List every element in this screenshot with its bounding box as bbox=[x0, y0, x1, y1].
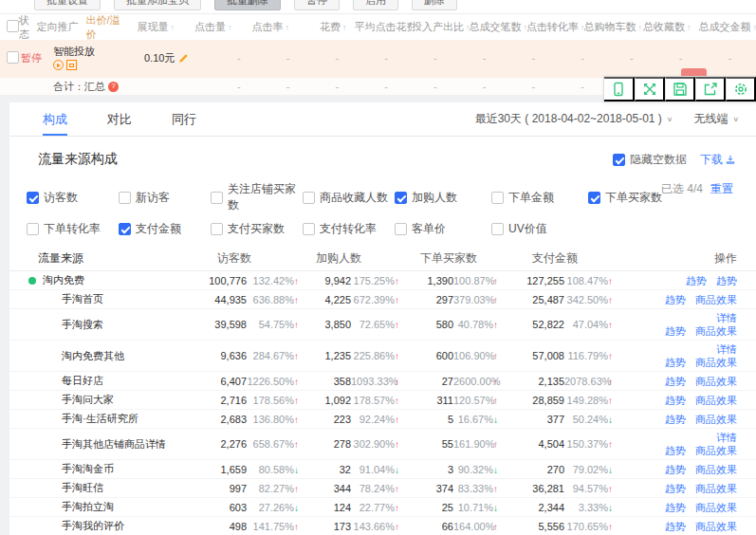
filter-checkbox[interactable] bbox=[119, 192, 131, 204]
metric-filter-下单转化率[interactable]: 下单转化率 bbox=[27, 221, 119, 237]
metric-filter-加购人数[interactable]: 加购人数 bbox=[395, 181, 491, 213]
toolbar-button[interactable]: 批量添加宝贝 bbox=[114, 0, 201, 10]
product-effect-link[interactable]: 商品效果 bbox=[695, 357, 737, 368]
filter-checkbox[interactable] bbox=[119, 223, 131, 235]
metric-column-header[interactable]: 展现量↑ bbox=[125, 20, 183, 34]
toolbar-button[interactable]: 批量设置 bbox=[34, 0, 101, 10]
trend-link[interactable]: 趋势 bbox=[665, 483, 686, 494]
product-effect-link[interactable]: 商品效果 bbox=[695, 521, 737, 532]
trend-link[interactable]: 趋势 bbox=[665, 445, 686, 456]
product-effect-link[interactable]: 商品效果 bbox=[695, 502, 737, 513]
help-icon[interactable]: ? bbox=[108, 82, 119, 92]
table-row[interactable]: 手淘·生活研究所2,683136.80%↑22392.24%↑516.67%↓3… bbox=[9, 410, 756, 429]
metric-filter-下单金额[interactable]: 下单金额 bbox=[491, 181, 588, 213]
trend-link[interactable]: 趋势 bbox=[665, 395, 686, 406]
table-row[interactable]: 手淘拍立淘60327.26%↓12422.77%↑2510.71%↓2,3443… bbox=[9, 498, 756, 517]
trend-link[interactable]: 趋势 bbox=[665, 376, 686, 387]
table-row[interactable]: 手淘旺信99782.27%↑34478.24%↑37483.33%↑36,281… bbox=[9, 479, 756, 498]
toolbar-button[interactable]: 启用 bbox=[353, 0, 398, 10]
metric-column-header[interactable]: 总购物车数↑ bbox=[584, 20, 642, 34]
filter-checkbox[interactable] bbox=[27, 223, 39, 235]
trend-link[interactable]: 趋势 bbox=[665, 502, 686, 513]
hide-empty-checkbox[interactable] bbox=[613, 154, 625, 166]
table-row[interactable]: 手淘首页44,935636.88%↑4,225672.39%↑297379.03… bbox=[9, 290, 756, 309]
product-effect-link[interactable]: 商品效果 bbox=[695, 414, 737, 425]
metric-column-header[interactable]: 点击转化率↑ bbox=[526, 20, 584, 34]
download-link[interactable]: 下载 bbox=[700, 152, 735, 168]
metric-column-header[interactable]: 花费↑ bbox=[297, 20, 355, 34]
detail-link[interactable]: 详情 bbox=[716, 312, 737, 323]
metric-column-header[interactable]: 投入产出比↑ bbox=[412, 20, 470, 34]
toolbar-button[interactable]: 批量删除 bbox=[214, 0, 281, 10]
trend-link[interactable]: 趋势 bbox=[686, 275, 707, 286]
product-effect-link[interactable]: 商品效果 bbox=[695, 325, 737, 337]
product-effect-link[interactable]: 商品效果 bbox=[695, 464, 737, 475]
metric-column-header[interactable]: 总成交笔数↑ bbox=[470, 20, 527, 34]
product-effect-link[interactable]: 商品效果 bbox=[695, 445, 737, 456]
trend-link[interactable]: 趋势 bbox=[665, 521, 686, 532]
terminal-select[interactable]: 无线端 ∨ bbox=[693, 111, 739, 127]
table-row[interactable]: 每日好店6,4071226.50%↑3581093.33%↑272600.00%… bbox=[9, 372, 756, 391]
filter-checkbox[interactable] bbox=[588, 192, 600, 204]
mobile-preview-button[interactable] bbox=[604, 77, 635, 101]
tab-构成[interactable]: 构成 bbox=[43, 102, 67, 136]
metric-column-header[interactable]: 点击率↑ bbox=[240, 20, 298, 34]
table-row[interactable]: 手淘我的评价498141.75%↑173143.66%↑66164.00%↑5,… bbox=[9, 517, 756, 535]
trend-link[interactable]: 趋势 bbox=[716, 275, 737, 286]
hide-empty-toggle[interactable]: 隐藏空数据 bbox=[613, 152, 687, 168]
metric-column-header[interactable]: 平均点击花费↑ bbox=[355, 20, 413, 34]
table-row[interactable]: 手淘其他店铺商品详情2,276658.67%↑278302.90%↑55161.… bbox=[9, 429, 756, 460]
product-effect-link[interactable]: 商品效果 bbox=[695, 294, 737, 305]
row-checkbox[interactable] bbox=[7, 51, 19, 64]
table-row[interactable]: 淘内免费其他9,636284.67%↑1,235225.86%↑600106.9… bbox=[9, 341, 756, 372]
metric-column-header[interactable]: 点击量↑ bbox=[182, 20, 240, 34]
trend-link[interactable]: 趋势 bbox=[665, 464, 686, 475]
filter-checkbox[interactable] bbox=[303, 192, 315, 204]
filter-checkbox[interactable] bbox=[303, 223, 315, 235]
settings-button[interactable] bbox=[726, 77, 756, 101]
metric-filter-支付金额[interactable]: 支付金额 bbox=[119, 221, 211, 237]
metric-column-header[interactable]: 总收藏数↑ bbox=[641, 20, 699, 34]
table-row[interactable]: 手淘淘金币1,65980.58%↓3291.04%↓390.32%↓27079.… bbox=[9, 460, 756, 479]
trend-link[interactable]: 趋势 bbox=[665, 325, 686, 337]
trend-link[interactable]: 趋势 bbox=[665, 357, 686, 368]
trend-link[interactable]: 趋势 bbox=[665, 294, 686, 305]
metric-filter-访客数[interactable]: 访客数 bbox=[27, 181, 119, 213]
tab-对比[interactable]: 对比 bbox=[107, 102, 132, 136]
play-circle-icon[interactable] bbox=[53, 60, 64, 70]
export-button[interactable] bbox=[695, 77, 726, 101]
metric-column-header[interactable]: 总成交金额↑ bbox=[699, 20, 756, 34]
product-effect-link[interactable]: 商品效果 bbox=[695, 376, 737, 387]
date-range-select[interactable]: 最近30天 ( 2018-04-02~2018-05-01 ) ∨ bbox=[475, 111, 673, 127]
toolbar-button[interactable]: 删除 bbox=[412, 0, 457, 10]
select-all-checkbox[interactable] bbox=[7, 20, 19, 32]
tab-同行[interactable]: 同行 bbox=[172, 102, 196, 136]
product-effect-link[interactable]: 商品效果 bbox=[695, 483, 737, 494]
table-row[interactable]: 手淘搜索39,59854.75%↑3,85072.65%↑58040.78%↑5… bbox=[9, 309, 756, 341]
edit-pencil-icon[interactable] bbox=[178, 53, 189, 64]
metric-filter-商品收藏人数[interactable]: 商品收藏人数 bbox=[303, 181, 395, 213]
filter-checkbox[interactable] bbox=[395, 223, 407, 235]
product-effect-link[interactable]: 商品效果 bbox=[695, 395, 737, 406]
filter-checkbox[interactable] bbox=[491, 192, 504, 204]
metric-filter-关注店铺买家数[interactable]: 关注店铺买家数 bbox=[211, 181, 303, 213]
metric-filter-客单价[interactable]: 客单价 bbox=[395, 221, 491, 237]
detail-link[interactable]: 详情 bbox=[716, 343, 737, 355]
filter-checkbox[interactable] bbox=[27, 192, 39, 204]
save-button[interactable] bbox=[665, 77, 695, 101]
table-row[interactable]: 手淘问大家2,716178.56%↑1,092178.57%↑311120.57… bbox=[9, 391, 756, 410]
detail-link[interactable]: 详情 bbox=[716, 432, 737, 443]
fullscreen-button[interactable] bbox=[635, 77, 665, 101]
promo-card-icon[interactable] bbox=[66, 60, 77, 70]
reset-link[interactable]: 重置 bbox=[710, 181, 733, 197]
trend-link[interactable]: 趋势 bbox=[665, 414, 686, 425]
metric-filter-支付转化率[interactable]: 支付转化率 bbox=[303, 221, 395, 237]
metric-filter-新访客[interactable]: 新访客 bbox=[119, 181, 211, 213]
filter-checkbox[interactable] bbox=[395, 192, 407, 204]
toolbar-button[interactable]: 暂停 bbox=[294, 0, 340, 10]
metric-filter-支付买家数[interactable]: 支付买家数 bbox=[211, 221, 303, 237]
table-row[interactable]: 淘内免费100,776132.42%↑9,942175.25%↑1,390100… bbox=[9, 271, 756, 290]
metric-filter-UV价值[interactable]: UV价值 bbox=[491, 221, 588, 237]
campaign-row[interactable]: 暂停 智能投放 0.10元 ----------- bbox=[0, 40, 756, 78]
filter-checkbox[interactable] bbox=[211, 223, 223, 235]
